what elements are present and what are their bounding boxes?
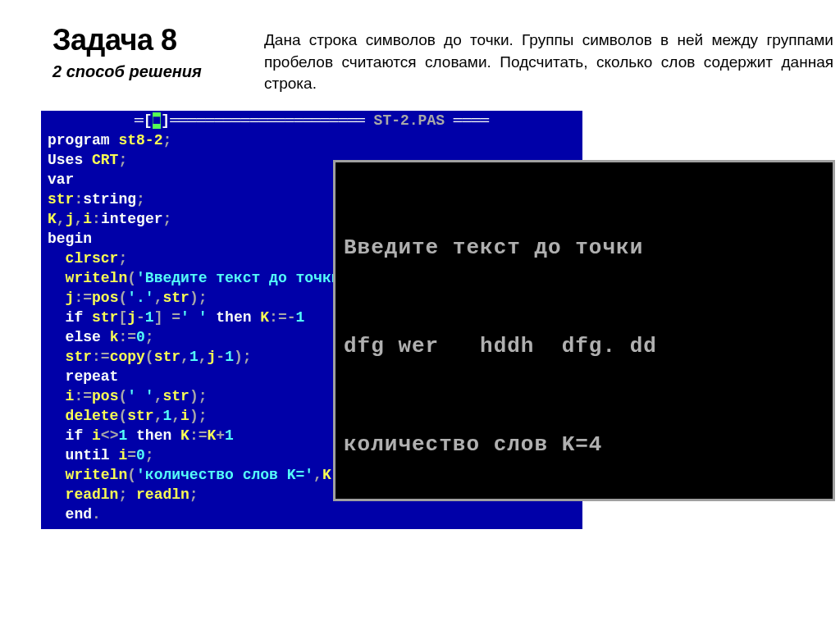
code-token: <> — [101, 427, 119, 444]
code-token: until — [66, 447, 119, 463]
code-token — [48, 309, 66, 326]
code-token: 'количество слов K=' — [136, 467, 313, 483]
code-token: , — [154, 408, 163, 424]
task-subtitle: 2 способ решения — [52, 62, 202, 81]
code-token: ); — [189, 408, 208, 424]
console-line: dfg wer hddh dfg. dd — [344, 330, 824, 363]
code-token: Uses — [48, 152, 92, 168]
code-token: program — [48, 132, 118, 148]
code-token: ); — [234, 349, 252, 365]
code-token — [48, 388, 66, 404]
task-title: Задача 8 — [52, 23, 202, 57]
code-token: = — [127, 447, 136, 463]
code-token: K — [322, 467, 331, 483]
code-token: i — [66, 388, 75, 404]
code-token — [48, 506, 66, 523]
code-token: str — [127, 408, 153, 424]
code-token — [48, 408, 66, 424]
code-token: i — [92, 427, 101, 444]
code-token: ' ' — [127, 388, 153, 404]
code-token: ( — [145, 349, 154, 365]
code-token: , — [180, 349, 189, 365]
code-token: + — [216, 427, 225, 444]
code-token — [48, 329, 66, 345]
code-token — [48, 486, 66, 503]
code-token: if — [66, 427, 92, 444]
code-token: if — [66, 309, 92, 326]
code-line[interactable]: end. — [41, 504, 582, 524]
code-token: , — [154, 388, 163, 404]
code-token: := — [74, 388, 92, 404]
ide-titlebar: ═[■]══════════════════════ ST-2.PAS ════ — [41, 111, 582, 130]
code-token: ( — [127, 270, 136, 286]
console-line: количество слов K=4 — [344, 428, 824, 461]
code-token: j — [66, 211, 75, 227]
code-token: then — [207, 309, 260, 326]
code-token: := — [74, 290, 92, 306]
code-token: ( — [118, 408, 127, 424]
code-token: pos — [92, 388, 118, 404]
code-token: else — [66, 329, 110, 345]
code-token: end — [66, 506, 92, 523]
code-token: CRT — [92, 152, 118, 168]
slide-header: Задача 8 2 способ решения — [52, 23, 202, 81]
code-token: ; — [118, 152, 127, 168]
code-token: str — [154, 349, 180, 365]
code-token: , — [57, 211, 66, 227]
code-token: st8-2 — [118, 132, 162, 148]
task-description: Дана строка символов до точки. Группы си… — [264, 30, 833, 95]
code-token: str — [66, 349, 92, 365]
code-token: ; — [118, 250, 127, 267]
code-token: K — [260, 309, 269, 326]
code-token: ); — [189, 290, 208, 306]
code-token: '.' — [127, 290, 153, 306]
code-token: i — [118, 447, 127, 463]
code-token: 0 — [136, 447, 145, 463]
code-token: , — [154, 290, 163, 306]
code-token: 'Введите текст до точки' — [136, 270, 349, 286]
code-token: , — [171, 408, 180, 424]
code-token: - — [136, 309, 145, 326]
code-token: str — [162, 388, 189, 404]
code-token — [48, 270, 66, 286]
code-token: 0 — [136, 329, 145, 345]
code-token: j — [208, 349, 217, 365]
code-token: i — [180, 408, 189, 424]
code-token: delete — [66, 408, 119, 424]
code-token: 1 — [225, 427, 234, 444]
code-token: then — [127, 427, 180, 444]
code-line[interactable]: program st8-2; — [41, 130, 582, 150]
code-token: readln — [136, 486, 189, 503]
code-token: K — [180, 427, 189, 444]
code-token: ); — [189, 388, 208, 404]
code-token: str — [48, 191, 74, 208]
console-output: Введите текст до точки dfg wer hddh dfg.… — [333, 160, 835, 501]
code-token: - — [216, 349, 225, 365]
code-token: K — [48, 211, 57, 227]
code-token: integer — [101, 211, 163, 227]
code-token: begin — [48, 231, 92, 247]
code-token: k — [110, 329, 119, 345]
code-token: str — [92, 309, 118, 326]
code-token: ( — [127, 467, 136, 483]
code-token — [48, 290, 66, 306]
code-token — [48, 447, 66, 463]
code-token: string — [83, 191, 136, 208]
code-token: readln — [66, 486, 119, 503]
code-token: ; — [189, 486, 199, 503]
code-token: ; — [162, 132, 171, 148]
code-token: j — [127, 309, 136, 326]
code-token: 1 — [145, 309, 154, 326]
code-token: ] = — [154, 309, 180, 326]
code-token: 1 — [118, 427, 127, 444]
code-token: pos — [92, 290, 118, 306]
code-token: := — [92, 349, 110, 365]
code-token: ( — [118, 290, 127, 306]
code-token: i — [83, 211, 92, 227]
code-token: := — [118, 329, 136, 345]
console-line: Введите текст до точки — [344, 231, 824, 264]
code-token: :=- — [269, 309, 295, 326]
code-token: ; — [145, 329, 154, 345]
code-token: [ — [118, 309, 127, 326]
code-token: var — [48, 171, 74, 188]
